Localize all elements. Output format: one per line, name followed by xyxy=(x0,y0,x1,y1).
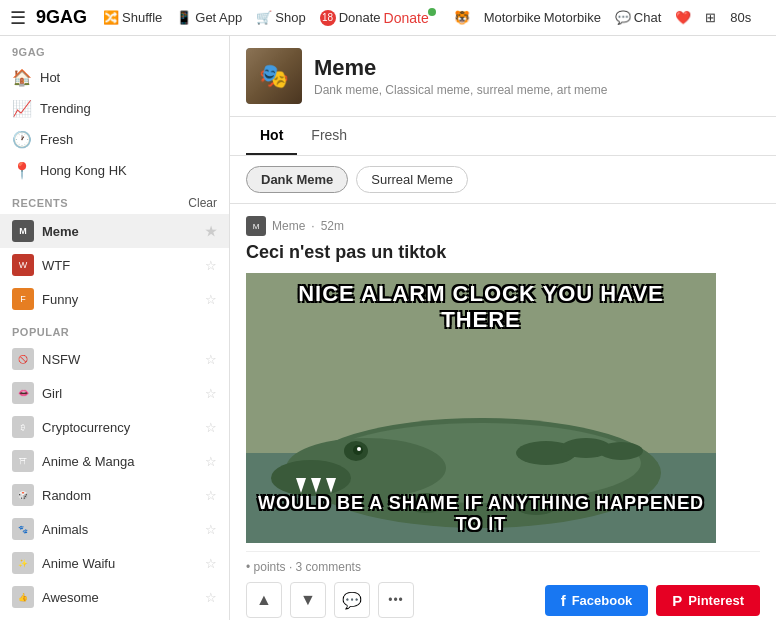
nav-shuffle-label: Shuffle xyxy=(122,10,162,25)
sidebar-item-hongkong[interactable]: 📍 Hong Kong HK ··· xyxy=(0,155,229,186)
sidebar-hot-label: Hot xyxy=(40,70,217,85)
nav-shop[interactable]: 🛒 Shop xyxy=(252,10,309,25)
nav-heart[interactable]: ❤️ xyxy=(671,10,695,25)
tiger-icon: 🐯 xyxy=(454,10,470,25)
sidebar-popular-animals[interactable]: 🐾 Animals ☆ xyxy=(0,512,229,546)
sidebar-fresh-label: Fresh xyxy=(40,132,217,147)
phone-icon: 📱 xyxy=(176,10,192,25)
nsfw-star[interactable]: ☆ xyxy=(205,352,217,367)
anime-waifu-thumb: ✨ xyxy=(12,552,34,574)
nav-80s[interactable]: 80s xyxy=(726,10,755,25)
pinterest-icon: P xyxy=(672,592,682,609)
share-pinterest-button[interactable]: P Pinterest xyxy=(656,585,760,616)
share-pinterest-label: Pinterest xyxy=(688,593,744,608)
sidebar-popular-crypto[interactable]: ₿ Cryptocurrency ☆ xyxy=(0,410,229,444)
nav-grid[interactable]: ⊞ xyxy=(701,10,720,25)
sidebar-item-trending[interactable]: 📈 Trending xyxy=(0,93,229,124)
tab-fresh[interactable]: Fresh xyxy=(297,117,361,155)
sidebar-popular-anime-manga[interactable]: ⛩ Anime & Manga ☆ xyxy=(0,444,229,478)
sidebar-meme-label: Meme xyxy=(42,224,197,239)
sidebar-title: 9GAG xyxy=(0,36,229,62)
downvote-button[interactable]: ▼ xyxy=(290,582,326,618)
meme-star-icon[interactable]: ★ xyxy=(205,224,217,239)
shuffle-icon: 🔀 xyxy=(103,10,119,25)
random-label: Random xyxy=(42,488,197,503)
girl-thumb: 👄 xyxy=(12,382,34,404)
nsfw-thumb: 🚫 xyxy=(12,348,34,370)
location-icon: 📍 xyxy=(12,161,32,180)
anime-waifu-star[interactable]: ☆ xyxy=(205,556,217,571)
sidebar-popular-girl[interactable]: 👄 Girl ☆ xyxy=(0,376,229,410)
sidebar-wtf-label: WTF xyxy=(42,258,197,273)
post-footer: • points · 3 comments ▲ ▼ 💬 ••• xyxy=(246,551,760,620)
awesome-thumb: 👍 xyxy=(12,586,34,608)
popular-title: Popular xyxy=(0,316,229,342)
anime-manga-thumb: ⛩ xyxy=(12,450,34,472)
funny-star-icon[interactable]: ☆ xyxy=(205,292,217,307)
nav-shuffle[interactable]: 🔀 Shuffle xyxy=(99,10,166,25)
donate-badge: 18 xyxy=(320,10,336,26)
nav-get-app[interactable]: 📱 Get App xyxy=(172,10,246,25)
sidebar-item-fresh[interactable]: 🕐 Fresh xyxy=(0,124,229,155)
nav-motorbike-icon[interactable]: 🐯 xyxy=(450,10,474,25)
comment-button[interactable]: 💬 xyxy=(334,582,370,618)
sidebar-popular-nsfw[interactable]: 🚫 NSFW ☆ xyxy=(0,342,229,376)
post-source: Meme xyxy=(272,219,305,233)
sidebar-recent-funny[interactable]: F Funny ☆ xyxy=(0,282,229,316)
animals-label: Animals xyxy=(42,522,197,537)
sidebar: 9GAG 🏠 Hot ··· 📈 Trending 🕐 Fresh 📍 Hong… xyxy=(0,36,230,620)
awesome-star[interactable]: ☆ xyxy=(205,590,217,605)
anime-manga-star[interactable]: ☆ xyxy=(205,454,217,469)
logo: 9GAG xyxy=(36,7,87,28)
nav-get-app-label: Get App xyxy=(195,10,242,25)
nav-donate-label: Donate xyxy=(339,10,381,25)
facebook-icon: f xyxy=(561,592,566,609)
sidebar-recent-meme[interactable]: M Meme ★ xyxy=(0,214,229,248)
donate-dot xyxy=(428,8,436,16)
clear-button[interactable]: Clear xyxy=(188,196,217,210)
grid-icon: ⊞ xyxy=(705,10,716,25)
nsfw-label: NSFW xyxy=(42,352,197,367)
more-button[interactable]: ••• xyxy=(378,582,414,618)
cart-icon: 🛒 xyxy=(256,10,272,25)
hamburger-icon[interactable]: ☰ xyxy=(10,7,26,29)
girl-star[interactable]: ☆ xyxy=(205,386,217,401)
nav-motorbike[interactable]: Motorbike Motorbike xyxy=(480,10,605,25)
meme-section-thumb: 🎭 xyxy=(246,48,302,104)
sidebar-popular-random[interactable]: 🎲 Random ☆ xyxy=(0,478,229,512)
upvote-button[interactable]: ▲ xyxy=(246,582,282,618)
random-star[interactable]: ☆ xyxy=(205,488,217,503)
sidebar-item-hot[interactable]: 🏠 Hot ··· xyxy=(0,62,229,93)
svg-point-11 xyxy=(357,447,361,451)
animals-star[interactable]: ☆ xyxy=(205,522,217,537)
post-image: NICE ALARM CLOCK YOU HAVE THERE WOULD BE… xyxy=(246,273,716,543)
post-meta: M Meme · 52m xyxy=(246,216,760,236)
post-title: Ceci n'est pas un tiktok xyxy=(246,242,760,263)
home-icon: 🏠 xyxy=(12,68,32,87)
wtf-star-icon[interactable]: ☆ xyxy=(205,258,217,273)
anime-manga-label: Anime & Manga xyxy=(42,454,197,469)
nav-donate[interactable]: 18 Donate Donate xyxy=(316,10,444,26)
sidebar-popular-awesome[interactable]: 👍 Awesome ☆ xyxy=(0,580,229,614)
share-facebook-button[interactable]: f Facebook xyxy=(545,585,649,616)
nav-chat[interactable]: 💬 Chat xyxy=(611,10,665,25)
pill-dank-meme[interactable]: Dank Meme xyxy=(246,166,348,193)
post-actions: ▲ ▼ 💬 ••• f Facebook xyxy=(246,582,760,618)
sidebar-recent-wtf[interactable]: W WTF ☆ xyxy=(0,248,229,282)
tab-hot[interactable]: Hot xyxy=(246,117,297,155)
sidebar-popular-car[interactable]: 🚗 Car ☆ xyxy=(0,614,229,620)
meme-header: 🎭 Meme Dank meme, Classical meme, surrea… xyxy=(230,36,776,117)
crypto-star[interactable]: ☆ xyxy=(205,420,217,435)
recents-header: Recents Clear xyxy=(0,186,229,214)
funny-thumb-icon: F xyxy=(12,288,34,310)
sidebar-popular-anime-waifu[interactable]: ✨ Anime Waifu ☆ xyxy=(0,546,229,580)
post-time: 52m xyxy=(321,219,344,233)
sidebar-trending-label: Trending xyxy=(40,101,217,116)
downvote-icon: ▼ xyxy=(300,591,316,609)
content-tabs: Hot Fresh xyxy=(230,117,776,156)
meme-bottom-text: WOULD BE A SHAME IF ANYTHING HAPPENED TO… xyxy=(246,493,716,535)
crypto-label: Cryptocurrency xyxy=(42,420,197,435)
meme-section-title: Meme xyxy=(314,55,607,81)
pill-surreal-meme[interactable]: Surreal Meme xyxy=(356,166,468,193)
sidebar-funny-label: Funny xyxy=(42,292,197,307)
